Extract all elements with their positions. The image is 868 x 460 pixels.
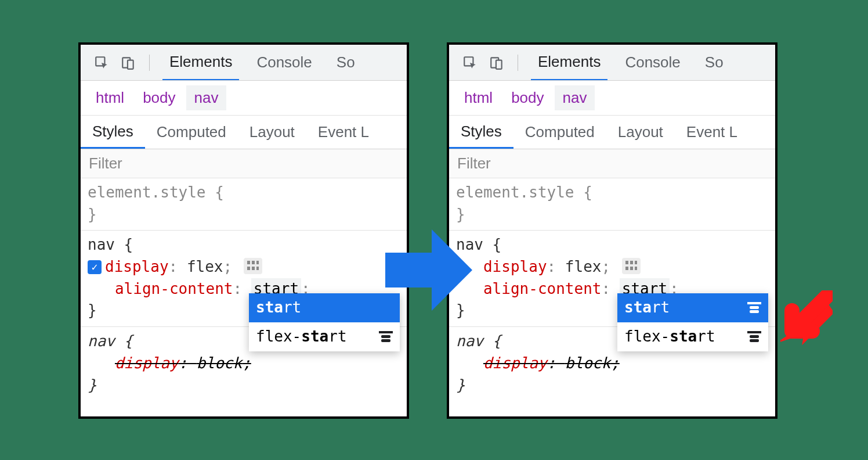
- tab-elements[interactable]: Elements: [162, 45, 239, 81]
- autocomplete-option-flex-start[interactable]: flex-start: [617, 322, 768, 351]
- align-start-icon: [379, 331, 393, 343]
- rule-element-style[interactable]: element.style { }: [449, 178, 775, 231]
- inspect-element-icon[interactable]: [462, 55, 478, 71]
- ua-nav-selector-close: }: [456, 375, 768, 397]
- element-style-open: element.style {: [88, 182, 400, 204]
- devtools-panel-before: Elements Console So html body nav Styles…: [78, 42, 409, 419]
- align-start-icon: [747, 302, 761, 314]
- svg-rect-3: [379, 331, 393, 333]
- tab-console[interactable]: Console: [249, 45, 319, 81]
- devtools-toolbar: Elements Console So: [449, 45, 775, 81]
- subtab-event-listeners-partial[interactable]: Event L: [306, 116, 381, 149]
- crumb-nav[interactable]: nav: [555, 85, 595, 110]
- svg-rect-5: [381, 339, 390, 342]
- svg-rect-12: [747, 331, 761, 333]
- tab-console[interactable]: Console: [618, 45, 687, 81]
- svg-rect-4: [381, 335, 390, 338]
- crumb-nav[interactable]: nav: [186, 85, 227, 110]
- crumb-body[interactable]: body: [503, 85, 552, 110]
- highlight-arrow-icon: [780, 290, 833, 348]
- inspect-element-icon[interactable]: [93, 55, 110, 71]
- element-style-close: }: [88, 204, 400, 226]
- styles-filter-input[interactable]: Filter: [449, 149, 775, 178]
- svg-rect-2: [128, 60, 133, 69]
- styles-filter-input[interactable]: Filter: [81, 149, 407, 178]
- tab-sources-partial[interactable]: So: [330, 45, 362, 81]
- nav-selector-open: nav {: [456, 234, 768, 256]
- ua-nav-selector-close: }: [88, 375, 400, 397]
- nav-selector-open: nav {: [88, 234, 400, 256]
- autocomplete-dropdown: start flex-start: [249, 293, 400, 351]
- svg-rect-8: [496, 60, 502, 69]
- svg-rect-10: [750, 306, 759, 309]
- devtools-toolbar: Elements Console So: [81, 45, 407, 81]
- element-style-close: }: [456, 204, 768, 226]
- device-toggle-icon[interactable]: [489, 55, 505, 71]
- prop-align-content[interactable]: align-content: [115, 280, 233, 297]
- element-style-open: element.style {: [456, 182, 768, 204]
- property-checkbox-icon[interactable]: ✓: [88, 260, 102, 274]
- crumb-html[interactable]: html: [88, 85, 132, 110]
- prop-display[interactable]: display: [105, 258, 169, 275]
- tab-elements[interactable]: Elements: [531, 45, 607, 81]
- svg-rect-13: [750, 335, 759, 338]
- subtab-layout[interactable]: Layout: [238, 116, 306, 149]
- subtab-styles[interactable]: Styles: [449, 116, 513, 149]
- crumb-html[interactable]: html: [456, 85, 501, 110]
- subtab-layout[interactable]: Layout: [606, 116, 675, 149]
- toolbar-divider: [149, 55, 150, 71]
- val-display[interactable]: flex: [187, 258, 223, 275]
- rule-nav[interactable]: nav { ✓display: flex; align-content: sta…: [81, 231, 407, 327]
- styles-pane: element.style { } nav { ✓display: flex; …: [81, 178, 407, 401]
- subtab-computed[interactable]: Computed: [145, 116, 238, 149]
- rule-element-style[interactable]: element.style { }: [81, 178, 407, 231]
- declaration-display[interactable]: display: flex;: [456, 256, 768, 278]
- prop-align-content[interactable]: align-content: [483, 280, 602, 297]
- breadcrumb: html body nav: [81, 81, 407, 116]
- ua-declaration-display: display: block;: [456, 353, 768, 375]
- align-start-icon: [747, 331, 761, 343]
- autocomplete-dropdown: start flex-start: [617, 293, 768, 351]
- svg-rect-11: [750, 310, 759, 313]
- subtab-event-listeners-partial[interactable]: Event L: [675, 116, 749, 149]
- tab-sources-partial[interactable]: So: [698, 45, 730, 81]
- val-display[interactable]: flex: [565, 258, 602, 275]
- svg-rect-14: [750, 339, 759, 342]
- autocomplete-option-flex-start[interactable]: flex-start: [249, 322, 400, 351]
- subtab-computed[interactable]: Computed: [513, 116, 606, 149]
- ua-declaration-display: display: block;: [88, 353, 400, 375]
- subtab-styles[interactable]: Styles: [81, 116, 145, 149]
- devtools-panel-after: Elements Console So html body nav Styles…: [447, 42, 777, 419]
- device-toggle-icon[interactable]: [120, 55, 136, 71]
- styles-pane: element.style { } nav { display: flex; a…: [449, 178, 775, 401]
- svg-rect-9: [747, 302, 761, 304]
- toolbar-divider: [518, 55, 518, 71]
- autocomplete-option-start[interactable]: start: [249, 293, 400, 322]
- styles-subtabs: Styles Computed Layout Event L: [81, 116, 407, 149]
- rule-nav[interactable]: nav { display: flex; align-content: star…: [449, 231, 775, 327]
- styles-subtabs: Styles Computed Layout Event L: [449, 116, 775, 149]
- flex-editor-icon[interactable]: [244, 258, 262, 274]
- declaration-display[interactable]: ✓display: flex;: [88, 256, 400, 278]
- breadcrumb: html body nav: [449, 81, 775, 116]
- autocomplete-option-start[interactable]: start: [617, 293, 768, 322]
- crumb-body[interactable]: body: [135, 85, 183, 110]
- prop-display[interactable]: display: [483, 258, 547, 275]
- flex-editor-icon[interactable]: [622, 258, 641, 274]
